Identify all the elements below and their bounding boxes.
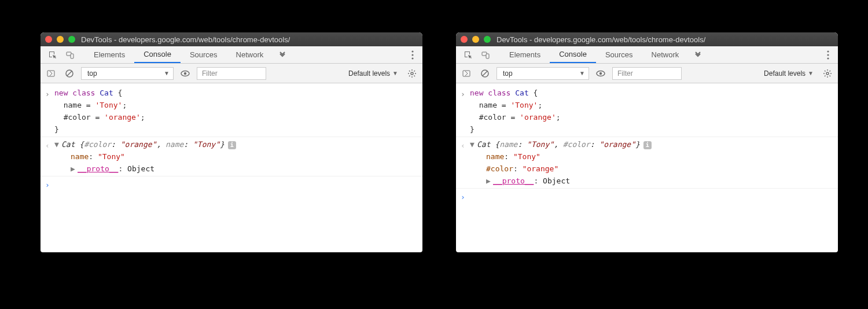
console-prompt-input[interactable]	[54, 178, 422, 191]
filter-input[interactable]: Filter	[197, 67, 266, 80]
svg-point-2	[411, 50, 413, 52]
tabs-overflow-icon[interactable]	[273, 46, 292, 63]
console-toolbar: top ▼ Filter Default levels ▼	[456, 64, 838, 83]
class-name: Cat	[477, 140, 495, 149]
tab-label: Console	[144, 50, 171, 58]
log-levels-select[interactable]: Default levels ▼	[344, 67, 400, 80]
settings-icon[interactable]	[405, 67, 419, 80]
inspect-icon[interactable]	[459, 46, 477, 63]
tab-network[interactable]: Network	[642, 46, 689, 63]
svg-rect-16	[463, 71, 470, 76]
window-title: DevTools - developers.google.com/web/too…	[81, 35, 290, 44]
console-output: › new class Cat { name = 'Tony'; #color …	[456, 83, 838, 234]
object-preview[interactable]: ▼Cat {name: "Tony", #color: "orange"}i n…	[470, 138, 838, 187]
object-header[interactable]: ▼Cat {name: "Tony", #color: "orange"}i	[470, 138, 833, 150]
live-expression-icon[interactable]	[594, 67, 608, 80]
tab-label: Sources	[605, 50, 633, 59]
disclosure-triangle-open-icon[interactable]: ▼	[470, 138, 477, 150]
tab-console[interactable]: Console	[134, 46, 181, 63]
class-name: Cat	[61, 140, 79, 149]
object-summary: {name: "Tony", #color: "orange"}	[495, 140, 640, 149]
panel-tabbar: Elements Console Sources Network	[456, 46, 838, 64]
console-input-row: › new class Cat { name = 'Tony'; #color …	[456, 86, 838, 137]
proto-row[interactable]: ▶__proto__: Object	[470, 175, 833, 187]
live-expression-icon[interactable]	[178, 67, 192, 80]
console-prompt-row[interactable]: ›	[456, 189, 838, 204]
kebab-menu-icon[interactable]	[818, 46, 838, 63]
console-input-code[interactable]: new class Cat { name = 'Tony'; #color = …	[470, 87, 838, 135]
prompt-chevron-icon: ›	[41, 87, 54, 135]
svg-point-15	[827, 57, 829, 59]
object-header[interactable]: ▼Cat {#color: "orange", name: "Tony"}i	[54, 138, 418, 150]
traffic-lights	[45, 36, 75, 43]
tab-label: Elements	[94, 50, 125, 59]
property-value: "orange"	[523, 164, 559, 173]
tab-elements[interactable]: Elements	[84, 46, 134, 63]
svg-line-18	[483, 71, 487, 76]
chevron-down-icon: ▼	[579, 70, 585, 76]
object-property-row: #color: "orange"	[470, 163, 833, 175]
info-badge-icon[interactable]: i	[228, 141, 236, 149]
execution-context-select[interactable]: top ▼	[496, 67, 589, 80]
disclosure-triangle-open-icon[interactable]: ▼	[54, 138, 61, 150]
proto-row[interactable]: ▶__proto__: Object	[54, 163, 418, 175]
device-toggle-icon[interactable]	[61, 46, 79, 63]
device-toggle-icon[interactable]	[477, 46, 494, 63]
filter-placeholder: Filter	[202, 69, 218, 78]
inspect-icon[interactable]	[44, 46, 61, 63]
titlebar[interactable]: DevTools - developers.google.com/web/too…	[456, 32, 838, 46]
tab-label: Network	[236, 50, 264, 59]
execution-context-select[interactable]: top ▼	[81, 67, 174, 80]
console-input-code[interactable]: new class Cat { name = 'Tony'; #color = …	[54, 87, 422, 135]
property-name: name	[71, 152, 89, 161]
prompt-chevron-icon: ›	[41, 178, 54, 191]
tab-sources[interactable]: Sources	[596, 46, 642, 63]
window-title: DevTools - developers.google.com/web/too…	[496, 35, 705, 44]
svg-rect-12	[486, 54, 489, 58]
console-result-row: ‹ ▼Cat {name: "Tony", #color: "orange"}i…	[456, 137, 838, 189]
zoom-button[interactable]	[484, 36, 491, 43]
property-name: name	[486, 152, 504, 161]
svg-point-10	[411, 72, 413, 75]
log-levels-label: Default levels	[764, 69, 806, 78]
tab-console[interactable]: Console	[550, 46, 596, 63]
titlebar[interactable]: DevTools - developers.google.com/web/too…	[41, 32, 422, 46]
console-prompt-row[interactable]: ›	[41, 176, 422, 192]
chevron-down-icon: ▼	[392, 70, 398, 76]
devtools-window: DevTools - developers.google.com/web/too…	[456, 32, 838, 252]
close-button[interactable]	[461, 36, 468, 43]
log-levels-select[interactable]: Default levels ▼	[759, 67, 816, 80]
prompt-chevron-icon: ›	[456, 190, 470, 203]
sidebar-toggle-icon[interactable]	[459, 67, 473, 80]
disclosure-triangle-closed-icon[interactable]: ▶	[486, 175, 493, 187]
console-output: › new class Cat { name = 'Tony'; #color …	[41, 83, 422, 234]
tab-label: Elements	[509, 50, 540, 59]
tab-elements[interactable]: Elements	[500, 46, 550, 63]
sidebar-toggle-icon[interactable]	[44, 67, 58, 80]
console-result-row: ‹ ▼Cat {#color: "orange", name: "Tony"}i…	[41, 137, 422, 176]
minimize-button[interactable]	[472, 36, 479, 43]
clear-console-icon[interactable]	[478, 67, 492, 80]
property-name: #color	[486, 164, 513, 173]
clear-console-icon[interactable]	[62, 67, 76, 80]
close-button[interactable]	[45, 36, 52, 43]
svg-point-3	[411, 54, 413, 56]
console-input-row: › new class Cat { name = 'Tony'; #color …	[41, 86, 422, 137]
tabs-overflow-icon[interactable]	[688, 46, 708, 63]
console-prompt-input[interactable]	[470, 190, 838, 203]
object-preview[interactable]: ▼Cat {#color: "orange", name: "Tony"}i n…	[54, 138, 422, 175]
info-badge-icon[interactable]: i	[643, 141, 652, 149]
disclosure-triangle-closed-icon[interactable]: ▶	[71, 163, 78, 175]
property-value: "Tony"	[513, 152, 540, 161]
minimize-button[interactable]	[57, 36, 64, 43]
settings-icon[interactable]	[821, 67, 834, 80]
svg-line-7	[67, 71, 72, 76]
tab-sources[interactable]: Sources	[181, 46, 227, 63]
tab-label: Sources	[190, 50, 218, 59]
log-levels-label: Default levels	[348, 69, 390, 78]
devtools-window: DevTools - developers.google.com/web/too…	[41, 32, 422, 252]
filter-input[interactable]: Filter	[612, 67, 682, 80]
kebab-menu-icon[interactable]	[403, 46, 422, 63]
zoom-button[interactable]	[68, 36, 75, 43]
tab-network[interactable]: Network	[227, 46, 273, 63]
